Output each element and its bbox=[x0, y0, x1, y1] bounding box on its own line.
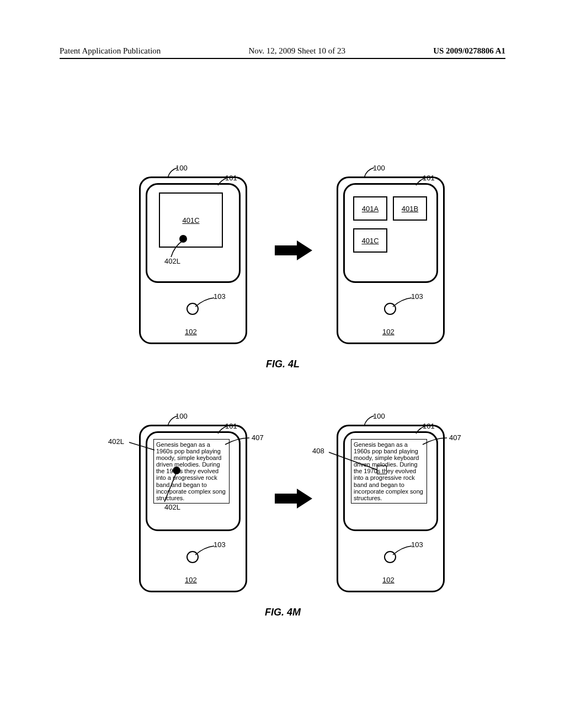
label-101-4l-left: 101 bbox=[225, 174, 237, 182]
home-button-4l-right[interactable] bbox=[384, 303, 396, 315]
box-401b-label: 401B bbox=[402, 205, 418, 213]
label-101-4l-right: 101 bbox=[423, 174, 435, 182]
label-102-4m-right: 102 bbox=[382, 576, 395, 584]
label-100-4l-left: 100 bbox=[175, 164, 188, 172]
box-401c-left-label: 401C bbox=[182, 216, 199, 224]
label-402l-4l-left: 402L bbox=[164, 257, 180, 265]
box-401a: 401A bbox=[353, 196, 387, 221]
label-100-4l-right: 100 bbox=[373, 164, 385, 172]
label-102-4l-right: 102 bbox=[382, 328, 395, 336]
label-100-4m-left: 100 bbox=[175, 412, 188, 420]
label-101-4m-right: 101 bbox=[423, 422, 435, 430]
box-401b: 401B bbox=[393, 196, 427, 221]
label-402l-4m-b: 402L bbox=[164, 503, 180, 511]
label-103-4l-right: 103 bbox=[411, 292, 423, 301]
label-402l-4m-a: 402L bbox=[108, 437, 124, 446]
page-header: Patent Application Publication Nov. 12, … bbox=[60, 46, 505, 59]
home-button-4m-right[interactable] bbox=[384, 551, 396, 563]
label-102-4m-left: 102 bbox=[185, 576, 197, 584]
label-407-4m-right: 407 bbox=[449, 433, 461, 442]
label-103-4m-left: 103 bbox=[214, 540, 226, 549]
textbox-4m-left: Genesis began as a 1960s pop band playin… bbox=[153, 439, 230, 504]
header-left: Patent Application Publication bbox=[60, 46, 161, 56]
textbox-4m-right-text: Genesis began as a 1960s pop band playin… bbox=[354, 441, 423, 501]
home-button-4m-left[interactable] bbox=[186, 551, 199, 563]
caption-4m: FIG. 4M bbox=[265, 607, 301, 618]
label-103-4l-left: 103 bbox=[214, 292, 226, 301]
textbox-4m-right: Genesis began as a 1960s pop band playin… bbox=[351, 439, 427, 504]
label-103-4m-right: 103 bbox=[411, 540, 423, 549]
box-401c-right-label: 401C bbox=[361, 237, 379, 245]
box-401a-label: 401A bbox=[362, 205, 379, 213]
label-407-4m-left: 407 bbox=[252, 433, 264, 442]
label-101-4m-left: 101 bbox=[225, 422, 237, 430]
box-401c-left: 401C bbox=[159, 192, 223, 248]
touch-dot-4m bbox=[173, 467, 180, 474]
label-408-4m-right: 408 bbox=[312, 447, 324, 455]
home-button-4l-left[interactable] bbox=[186, 303, 199, 315]
caption-4l: FIG. 4L bbox=[266, 358, 300, 370]
cursor-box-408 bbox=[377, 465, 387, 474]
label-102-4l-left: 102 bbox=[185, 328, 197, 336]
label-100-4m-right: 100 bbox=[373, 412, 385, 420]
touch-dot-4l bbox=[179, 235, 187, 243]
textbox-4m-left-text: Genesis began as a 1960s pop band playin… bbox=[156, 441, 226, 501]
box-401c-right: 401C bbox=[353, 228, 387, 253]
header-center: Nov. 12, 2009 Sheet 10 of 23 bbox=[248, 46, 345, 56]
header-right: US 2009/0278806 A1 bbox=[433, 46, 505, 56]
